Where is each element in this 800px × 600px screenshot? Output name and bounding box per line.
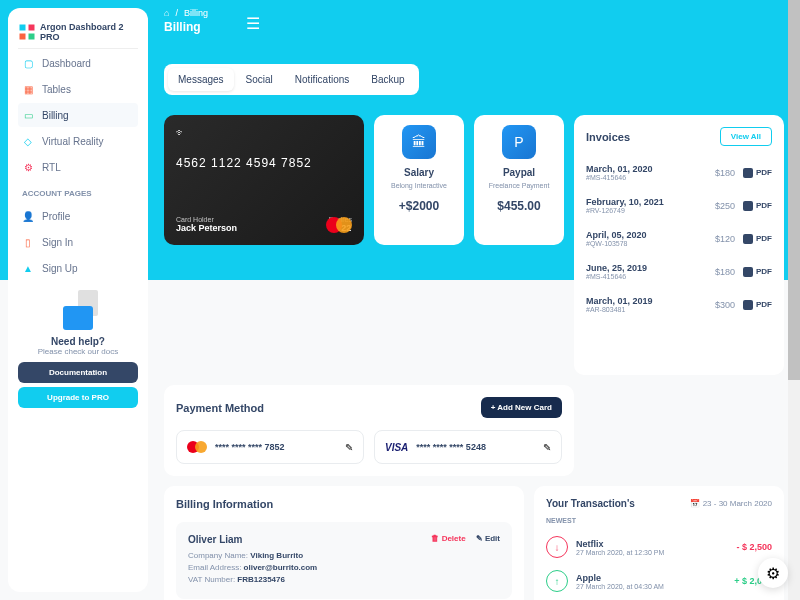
company-value: Viking Burrito bbox=[250, 551, 303, 560]
transaction-row: ↓Netflix27 March 2020, at 12:30 PM- $ 2,… bbox=[546, 530, 772, 564]
svg-rect-0 bbox=[20, 25, 26, 31]
invoice-amount: $180 bbox=[715, 168, 735, 178]
transactions-section: NEWEST bbox=[546, 517, 772, 524]
pdf-button[interactable]: PDF bbox=[743, 234, 772, 244]
payment-card-visa: VISA **** **** **** 5248 ✎ bbox=[374, 430, 562, 464]
stat-value: $455.00 bbox=[484, 199, 554, 213]
email-label: Email Address: bbox=[188, 563, 241, 572]
view-all-button[interactable]: View All bbox=[720, 127, 772, 146]
sidebar-item-dashboard[interactable]: ▢ Dashboard bbox=[18, 51, 138, 75]
invoice-row: March, 01, 2019#AR-803481$300PDF bbox=[586, 288, 772, 321]
tab-messages[interactable]: Messages bbox=[168, 68, 234, 91]
sidebar-item-vr[interactable]: ◇ Virtual Reality bbox=[18, 129, 138, 153]
edit-button[interactable]: ✎ Edit bbox=[476, 534, 500, 543]
company-label: Company Name: bbox=[188, 551, 248, 560]
vat-value: FRB1235476 bbox=[237, 575, 285, 584]
sidebar: Argon Dashboard 2 PRO ▢ Dashboard ▦ Tabl… bbox=[8, 8, 148, 592]
add-card-button[interactable]: + Add New Card bbox=[481, 397, 562, 418]
invoice-row: February, 10, 2021#RV-126749$250PDF bbox=[586, 189, 772, 222]
invoice-date: June, 25, 2019 bbox=[586, 263, 647, 273]
brand-text: Argon Dashboard 2 PRO bbox=[40, 22, 138, 42]
paypal-icon: P bbox=[502, 125, 536, 159]
tools-icon: ⚙ bbox=[22, 161, 34, 173]
payment-card-mastercard: **** **** **** 7852 ✎ bbox=[176, 430, 364, 464]
svg-rect-2 bbox=[20, 34, 26, 40]
help-title: Need help? bbox=[18, 336, 138, 347]
sidebar-label: Profile bbox=[42, 211, 70, 222]
invoices-title: Invoices bbox=[586, 131, 630, 143]
card-masked: **** **** **** 5248 bbox=[416, 442, 486, 452]
delete-button[interactable]: 🗑 Delete bbox=[431, 534, 465, 543]
stat-card-paypal: P Paypal Freelance Payment $455.00 bbox=[474, 115, 564, 245]
sidebar-label: Tables bbox=[42, 84, 71, 95]
pdf-icon bbox=[743, 168, 753, 178]
arrow-down-icon: ↓ bbox=[546, 536, 568, 558]
settings-button[interactable]: ⚙ bbox=[758, 558, 788, 588]
sidebar-item-signup[interactable]: ▲ Sign Up bbox=[18, 256, 138, 280]
invoice-date: February, 10, 2021 bbox=[586, 197, 664, 207]
tabs: Messages Social Notifications Backup bbox=[164, 64, 419, 95]
invoice-id: #MS-415646 bbox=[586, 273, 647, 280]
edit-icon[interactable]: ✎ bbox=[543, 442, 551, 453]
svg-rect-3 bbox=[29, 34, 35, 40]
card-number: 4562 1122 4594 7852 bbox=[176, 156, 352, 170]
pdf-icon bbox=[743, 300, 753, 310]
transaction-time: 27 March 2020, at 12:30 PM bbox=[576, 549, 664, 556]
mastercard-icon bbox=[187, 441, 207, 453]
vat-label: VAT Number: bbox=[188, 575, 235, 584]
transactions-range: 📅 23 - 30 March 2020 bbox=[690, 499, 772, 508]
tab-backup[interactable]: Backup bbox=[361, 68, 414, 91]
email-value: oliver@burrito.com bbox=[244, 563, 318, 572]
pdf-button[interactable]: PDF bbox=[743, 300, 772, 310]
invoice-date: March, 01, 2020 bbox=[586, 164, 653, 174]
pdf-button[interactable]: PDF bbox=[743, 201, 772, 211]
brand-logo[interactable]: Argon Dashboard 2 PRO bbox=[18, 16, 138, 49]
invoice-row: March, 01, 2020#MS-415646$180PDF bbox=[586, 156, 772, 189]
invoice-id: #QW-103578 bbox=[586, 240, 647, 247]
display-icon: ▢ bbox=[22, 57, 34, 69]
help-box: Need help? Please check our docs Documen… bbox=[18, 290, 138, 408]
sidebar-item-tables[interactable]: ▦ Tables bbox=[18, 77, 138, 101]
transaction-row: ↑Apple27 March 2020, at 04:30 AM+ $ 2,00… bbox=[546, 564, 772, 598]
stat-value: +$2000 bbox=[384, 199, 454, 213]
billing-title: Billing Information bbox=[176, 498, 512, 510]
edit-icon[interactable]: ✎ bbox=[345, 442, 353, 453]
visa-icon: VISA bbox=[385, 442, 408, 453]
transaction-name: Netflix bbox=[576, 539, 664, 549]
documentation-button[interactable]: Documentation bbox=[18, 362, 138, 383]
invoice-amount: $180 bbox=[715, 267, 735, 277]
logo-icon bbox=[18, 23, 36, 41]
pdf-icon bbox=[743, 201, 753, 211]
payment-method-panel: Payment Method + Add New Card **** **** … bbox=[164, 385, 574, 476]
stat-subtitle: Belong Interactive bbox=[384, 182, 454, 189]
invoice-id: #MS-415646 bbox=[586, 174, 653, 181]
breadcrumb-parent[interactable]: Billing bbox=[184, 8, 208, 18]
credit-card: ᯤ 4562 1122 4594 7852 Card Holder Jack P… bbox=[164, 115, 364, 245]
sidebar-item-profile[interactable]: 👤 Profile bbox=[18, 204, 138, 228]
pdf-button[interactable]: PDF bbox=[743, 267, 772, 277]
sidebar-label: Virtual Reality bbox=[42, 136, 104, 147]
pdf-button[interactable]: PDF bbox=[743, 168, 772, 178]
sidebar-item-billing[interactable]: ▭ Billing bbox=[18, 103, 138, 127]
sidebar-section-header: ACCOUNT PAGES bbox=[18, 181, 138, 202]
sidebar-label: Sign Up bbox=[42, 263, 78, 274]
transactions-panel: Your Transaction's 📅 23 - 30 March 2020 … bbox=[534, 486, 784, 600]
upgrade-button[interactable]: Upgrade to PRO bbox=[18, 387, 138, 408]
card-holder: Jack Peterson bbox=[176, 223, 237, 233]
menu-toggle-icon[interactable]: ☰ bbox=[246, 14, 260, 33]
rocket-icon: ▲ bbox=[22, 262, 34, 274]
tab-notifications[interactable]: Notifications bbox=[285, 68, 359, 91]
invoice-amount: $120 bbox=[715, 234, 735, 244]
tab-social[interactable]: Social bbox=[236, 68, 283, 91]
card-masked: **** **** **** 7852 bbox=[215, 442, 285, 452]
main-content: ⌂ / Billing Billing ☰ Messages Social No… bbox=[156, 0, 792, 600]
sidebar-label: Sign In bbox=[42, 237, 73, 248]
arrow-up-icon: ↑ bbox=[546, 570, 568, 592]
calendar-icon: ▦ bbox=[22, 83, 34, 95]
sidebar-item-rtl[interactable]: ⚙ RTL bbox=[18, 155, 138, 179]
invoice-date: April, 05, 2020 bbox=[586, 230, 647, 240]
sidebar-label: Billing bbox=[42, 110, 69, 121]
document-icon: ▯ bbox=[22, 236, 34, 248]
sidebar-item-signin[interactable]: ▯ Sign In bbox=[18, 230, 138, 254]
home-icon[interactable]: ⌂ bbox=[164, 8, 169, 18]
